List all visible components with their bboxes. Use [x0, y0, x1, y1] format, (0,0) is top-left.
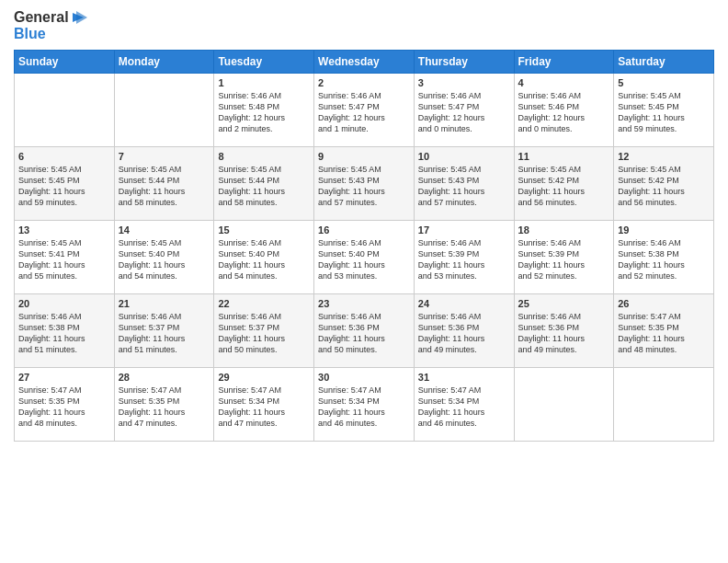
header: General Blue — [14, 9, 714, 42]
calendar-cell: 12Sunrise: 5:45 AM Sunset: 5:42 PM Dayli… — [614, 146, 714, 220]
day-content: Sunrise: 5:45 AM Sunset: 5:44 PM Dayligh… — [119, 164, 210, 209]
day-content: Sunrise: 5:47 AM Sunset: 5:34 PM Dayligh… — [218, 385, 310, 430]
day-number: 19 — [618, 224, 710, 236]
logo-general: General — [14, 9, 69, 26]
calendar-cell: 5Sunrise: 5:45 AM Sunset: 5:45 PM Daylig… — [614, 73, 714, 146]
day-number: 29 — [218, 372, 310, 383]
week-row-1: 6Sunrise: 5:45 AM Sunset: 5:45 PM Daylig… — [15, 146, 714, 220]
day-content: Sunrise: 5:46 AM Sunset: 5:39 PM Dayligh… — [418, 237, 510, 282]
header-cell-friday: Friday — [514, 50, 614, 73]
logo-blue: Blue — [14, 26, 46, 42]
day-number: 1 — [218, 77, 310, 88]
day-number: 6 — [18, 151, 110, 162]
calendar-cell: 28Sunrise: 5:47 AM Sunset: 5:35 PM Dayli… — [114, 367, 214, 441]
header-cell-wednesday: Wednesday — [314, 50, 415, 73]
header-row: SundayMondayTuesdayWednesdayThursdayFrid… — [15, 50, 714, 73]
calendar-cell: 18Sunrise: 5:46 AM Sunset: 5:39 PM Dayli… — [514, 220, 614, 293]
calendar-cell: 15Sunrise: 5:46 AM Sunset: 5:40 PM Dayli… — [214, 220, 314, 293]
week-row-2: 13Sunrise: 5:45 AM Sunset: 5:41 PM Dayli… — [15, 220, 714, 293]
day-content: Sunrise: 5:46 AM Sunset: 5:40 PM Dayligh… — [318, 237, 410, 282]
calendar-cell: 22Sunrise: 5:46 AM Sunset: 5:37 PM Dayli… — [214, 293, 314, 367]
calendar-cell: 8Sunrise: 5:45 AM Sunset: 5:44 PM Daylig… — [214, 146, 314, 220]
day-content: Sunrise: 5:46 AM Sunset: 5:38 PM Dayligh… — [18, 311, 110, 356]
day-content: Sunrise: 5:45 AM Sunset: 5:45 PM Dayligh… — [18, 164, 110, 209]
header-cell-saturday: Saturday — [614, 50, 714, 73]
calendar-cell: 1Sunrise: 5:46 AM Sunset: 5:48 PM Daylig… — [214, 73, 314, 146]
day-number: 8 — [218, 151, 310, 162]
calendar-cell: 17Sunrise: 5:46 AM Sunset: 5:39 PM Dayli… — [414, 220, 514, 293]
day-content: Sunrise: 5:46 AM Sunset: 5:37 PM Dayligh… — [119, 311, 210, 356]
day-content: Sunrise: 5:45 AM Sunset: 5:43 PM Dayligh… — [318, 164, 410, 209]
calendar-table: SundayMondayTuesdayWednesdayThursdayFrid… — [14, 50, 714, 442]
calendar-cell: 14Sunrise: 5:45 AM Sunset: 5:40 PM Dayli… — [114, 220, 214, 293]
day-number: 15 — [218, 224, 310, 236]
calendar-cell: 7Sunrise: 5:45 AM Sunset: 5:44 PM Daylig… — [114, 146, 214, 220]
day-content: Sunrise: 5:47 AM Sunset: 5:35 PM Dayligh… — [618, 311, 710, 356]
calendar-cell: 19Sunrise: 5:46 AM Sunset: 5:38 PM Dayli… — [614, 220, 714, 293]
page: General Blue SundayMondayTuesdayWednesda… — [0, 0, 728, 563]
calendar-cell: 20Sunrise: 5:46 AM Sunset: 5:38 PM Dayli… — [15, 293, 115, 367]
day-content: Sunrise: 5:45 AM Sunset: 5:45 PM Dayligh… — [618, 90, 710, 135]
calendar-cell: 29Sunrise: 5:47 AM Sunset: 5:34 PM Dayli… — [214, 367, 314, 441]
day-number: 14 — [119, 224, 210, 236]
calendar-cell: 23Sunrise: 5:46 AM Sunset: 5:36 PM Dayli… — [314, 293, 415, 367]
day-content: Sunrise: 5:47 AM Sunset: 5:35 PM Dayligh… — [18, 385, 110, 430]
day-number: 7 — [119, 151, 210, 162]
day-number: 22 — [218, 298, 310, 309]
day-number: 5 — [618, 77, 710, 88]
calendar-header: SundayMondayTuesdayWednesdayThursdayFrid… — [15, 50, 714, 73]
week-row-4: 27Sunrise: 5:47 AM Sunset: 5:35 PM Dayli… — [15, 367, 714, 441]
day-number: 10 — [418, 151, 510, 162]
day-content: Sunrise: 5:47 AM Sunset: 5:34 PM Dayligh… — [318, 385, 410, 430]
day-content: Sunrise: 5:46 AM Sunset: 5:47 PM Dayligh… — [318, 90, 410, 135]
calendar-cell: 2Sunrise: 5:46 AM Sunset: 5:47 PM Daylig… — [314, 73, 415, 146]
day-content: Sunrise: 5:45 AM Sunset: 5:42 PM Dayligh… — [618, 164, 710, 209]
calendar-cell — [15, 73, 115, 146]
day-content: Sunrise: 5:45 AM Sunset: 5:44 PM Dayligh… — [218, 164, 310, 209]
calendar-cell: 6Sunrise: 5:45 AM Sunset: 5:45 PM Daylig… — [15, 146, 115, 220]
day-number: 31 — [418, 372, 510, 383]
day-content: Sunrise: 5:46 AM Sunset: 5:36 PM Dayligh… — [518, 311, 610, 356]
header-cell-thursday: Thursday — [414, 50, 514, 73]
header-cell-monday: Monday — [114, 50, 214, 73]
calendar-cell: 3Sunrise: 5:46 AM Sunset: 5:47 PM Daylig… — [414, 73, 514, 146]
day-content: Sunrise: 5:47 AM Sunset: 5:34 PM Dayligh… — [418, 385, 510, 430]
day-number: 21 — [119, 298, 210, 309]
calendar-cell: 30Sunrise: 5:47 AM Sunset: 5:34 PM Dayli… — [314, 367, 415, 441]
day-content: Sunrise: 5:46 AM Sunset: 5:36 PM Dayligh… — [318, 311, 410, 356]
day-content: Sunrise: 5:45 AM Sunset: 5:40 PM Dayligh… — [119, 237, 210, 282]
calendar-cell: 10Sunrise: 5:45 AM Sunset: 5:43 PM Dayli… — [414, 146, 514, 220]
day-number: 3 — [418, 77, 510, 88]
calendar-cell: 21Sunrise: 5:46 AM Sunset: 5:37 PM Dayli… — [114, 293, 214, 367]
day-number: 18 — [518, 224, 610, 236]
day-number: 13 — [18, 224, 110, 236]
day-number: 26 — [618, 298, 710, 309]
day-content: Sunrise: 5:46 AM Sunset: 5:48 PM Dayligh… — [218, 90, 310, 135]
calendar-cell: 24Sunrise: 5:46 AM Sunset: 5:36 PM Dayli… — [414, 293, 514, 367]
week-row-3: 20Sunrise: 5:46 AM Sunset: 5:38 PM Dayli… — [15, 293, 714, 367]
logo-text-block: General Blue — [14, 9, 87, 42]
day-content: Sunrise: 5:46 AM Sunset: 5:39 PM Dayligh… — [518, 237, 610, 282]
day-number: 2 — [318, 77, 410, 88]
day-number: 16 — [318, 224, 410, 236]
day-content: Sunrise: 5:46 AM Sunset: 5:38 PM Dayligh… — [618, 237, 710, 282]
day-number: 28 — [119, 372, 210, 383]
day-content: Sunrise: 5:46 AM Sunset: 5:47 PM Dayligh… — [418, 90, 510, 135]
calendar-cell — [514, 367, 614, 441]
day-content: Sunrise: 5:46 AM Sunset: 5:36 PM Dayligh… — [418, 311, 510, 356]
calendar-cell: 26Sunrise: 5:47 AM Sunset: 5:35 PM Dayli… — [614, 293, 714, 367]
header-cell-sunday: Sunday — [15, 50, 115, 73]
day-content: Sunrise: 5:45 AM Sunset: 5:41 PM Dayligh… — [18, 237, 110, 282]
day-content: Sunrise: 5:47 AM Sunset: 5:35 PM Dayligh… — [119, 385, 210, 430]
day-number: 27 — [18, 372, 110, 383]
day-number: 25 — [518, 298, 610, 309]
svg-marker-1 — [76, 11, 87, 24]
calendar-cell: 9Sunrise: 5:45 AM Sunset: 5:43 PM Daylig… — [314, 146, 415, 220]
calendar-cell — [614, 367, 714, 441]
day-content: Sunrise: 5:46 AM Sunset: 5:40 PM Dayligh… — [218, 237, 310, 282]
calendar-cell: 27Sunrise: 5:47 AM Sunset: 5:35 PM Dayli… — [15, 367, 115, 441]
logo: General Blue — [14, 9, 87, 42]
header-cell-tuesday: Tuesday — [214, 50, 314, 73]
day-number: 30 — [318, 372, 410, 383]
calendar-cell — [114, 73, 214, 146]
